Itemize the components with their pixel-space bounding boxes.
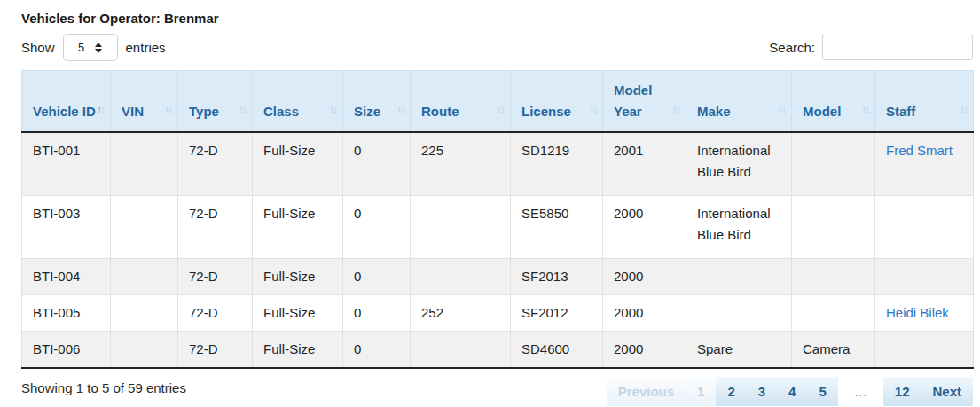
cell-model: Camera <box>792 332 875 369</box>
cell-make: International Blue Bird <box>686 132 792 196</box>
cell-vehicle-id: BTI-006 <box>22 332 111 369</box>
pagination-previous-button[interactable]: Previous <box>607 377 686 406</box>
column-header-size[interactable]: Size↑↓ <box>343 71 411 133</box>
page-length-value: 5 <box>78 41 84 54</box>
table-row: BTI-004 72-D Full-Size 0 SF2013 2000 <box>22 259 974 295</box>
select-updown-icon <box>95 43 102 53</box>
column-header-staff[interactable]: Staff↑↓ <box>875 71 974 133</box>
cell-type: 72-D <box>178 332 253 369</box>
cell-license: SD1219 <box>511 132 603 196</box>
cell-model <box>792 295 875 332</box>
cell-model <box>792 259 875 295</box>
cell-vin <box>111 295 178 332</box>
column-header-vehicle-id[interactable]: Vehicle ID↑↓ <box>22 71 111 133</box>
cell-model-year: 2000 <box>603 259 686 295</box>
cell-route <box>411 259 511 295</box>
pagination-page-5[interactable]: 5 <box>807 377 837 406</box>
cell-model-year: 2000 <box>603 295 686 332</box>
sort-icon: ↑↓ <box>672 99 679 121</box>
vehicles-table: Vehicle ID↑↓ VIN↑↓ Type↑↓ Class↑↓ Size↑↓… <box>21 70 974 369</box>
page-length-control: Show 5 entries <box>21 34 166 61</box>
pagination-page-12[interactable]: 12 <box>883 377 921 406</box>
cell-vin <box>111 332 178 369</box>
cell-class: Full-Size <box>253 196 343 259</box>
cell-make <box>686 259 792 295</box>
cell-model <box>792 132 875 196</box>
sort-icon: ↑↓ <box>861 99 868 121</box>
column-header-class[interactable]: Class↑↓ <box>253 71 343 133</box>
cell-route <box>411 332 511 369</box>
pagination-next-button[interactable]: Next <box>921 377 973 406</box>
cell-license: SF2012 <box>511 295 603 332</box>
table-row: BTI-005 72-D Full-Size 0 252 SF2012 2000… <box>22 295 974 332</box>
search-control: Search: <box>769 35 973 60</box>
cell-model-year: 2001 <box>603 132 686 196</box>
cell-type: 72-D <box>178 295 253 332</box>
cell-type: 72-D <box>178 259 253 295</box>
pagination-ellipsis: … <box>847 377 874 406</box>
sort-icon: ↑↓ <box>778 99 785 121</box>
sort-icon: ↑↓ <box>589 99 596 121</box>
column-header-type[interactable]: Type↑↓ <box>178 71 253 133</box>
sort-icon: ↑↓ <box>239 99 246 121</box>
cell-type: 72-D <box>178 132 253 196</box>
cell-make: International Blue Bird <box>686 196 792 259</box>
cell-license: SF2013 <box>511 259 603 295</box>
cell-staff: Heidi Bilek <box>875 295 974 332</box>
table-info: Showing 1 to 5 of 59 entries <box>21 377 186 395</box>
cell-staff <box>875 196 974 259</box>
cell-route: 225 <box>411 132 511 196</box>
cell-staff <box>875 259 974 295</box>
column-header-vin[interactable]: VIN↑↓ <box>111 71 178 133</box>
cell-license: SE5850 <box>511 196 603 259</box>
cell-route: 252 <box>411 295 511 332</box>
staff-link[interactable]: Heidi Bilek <box>886 305 949 320</box>
search-label: Search: <box>769 40 815 55</box>
cell-vehicle-id: BTI-005 <box>22 295 111 332</box>
pagination-page-2[interactable]: 2 <box>716 377 746 406</box>
cell-type: 72-D <box>178 196 253 259</box>
cell-make: Spare <box>686 332 792 369</box>
table-row: BTI-001 72-D Full-Size 0 225 SD1219 2001… <box>22 132 974 196</box>
pagination-page-4[interactable]: 4 <box>777 377 807 406</box>
sort-icon: ↑↓ <box>97 99 104 121</box>
cell-vehicle-id: BTI-001 <box>22 132 111 196</box>
pagination-page-1[interactable]: 1 <box>686 377 716 406</box>
vehicles-panel: Vehicles for Operator: Brenmar Show 5 en… <box>0 0 980 406</box>
pagination-page-3[interactable]: 3 <box>747 377 777 406</box>
cell-class: Full-Size <box>253 295 343 332</box>
column-header-make[interactable]: Make↑↓ <box>686 71 792 133</box>
cell-class: Full-Size <box>253 332 343 369</box>
entries-label: entries <box>126 40 166 55</box>
cell-class: Full-Size <box>253 132 343 196</box>
cell-vin <box>111 132 178 196</box>
cell-size: 0 <box>343 196 411 259</box>
sort-icon: ↑↓ <box>164 99 171 121</box>
cell-size: 0 <box>343 259 411 295</box>
table-controls: Show 5 entries Search: <box>21 34 973 61</box>
pagination: Previous 1 2 3 4 5 … 12 Next <box>607 377 973 406</box>
header-row: Vehicle ID↑↓ VIN↑↓ Type↑↓ Class↑↓ Size↑↓… <box>22 71 974 133</box>
cell-route <box>411 196 511 259</box>
column-header-model-year[interactable]: Model Year↑↓ <box>603 71 686 133</box>
cell-vehicle-id: BTI-004 <box>22 259 111 295</box>
show-label: Show <box>21 40 55 55</box>
cell-license: SD4600 <box>511 332 603 369</box>
column-header-license[interactable]: License↑↓ <box>511 71 603 133</box>
column-header-route[interactable]: Route↑↓ <box>411 71 511 133</box>
sort-icon: ↑↓ <box>960 99 967 121</box>
cell-staff: Fred Smart <box>875 132 974 196</box>
table-row: BTI-006 72-D Full-Size 0 SD4600 2000 Spa… <box>22 332 974 369</box>
table-row: BTI-003 72-D Full-Size 0 SE5850 2000 Int… <box>22 196 974 259</box>
page-title: Vehicles for Operator: Brenmar <box>21 11 973 26</box>
page-length-select[interactable]: 5 <box>63 34 118 61</box>
cell-size: 0 <box>343 332 411 369</box>
cell-model-year: 2000 <box>603 332 686 369</box>
cell-model-year: 2000 <box>603 196 686 259</box>
cell-vin <box>111 196 178 259</box>
cell-make <box>686 295 792 332</box>
search-input[interactable] <box>822 35 973 60</box>
column-header-model[interactable]: Model↑↓ <box>792 71 875 133</box>
cell-model <box>792 196 875 259</box>
staff-link[interactable]: Fred Smart <box>886 143 953 158</box>
